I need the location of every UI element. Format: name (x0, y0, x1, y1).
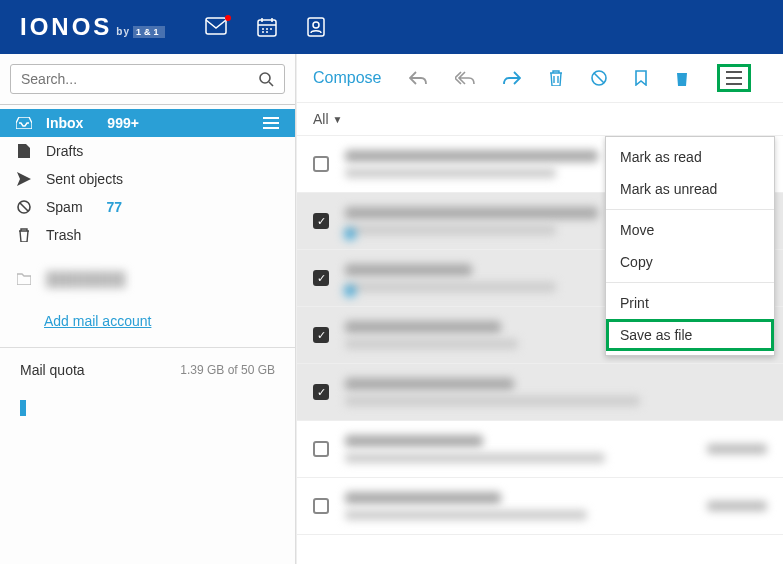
svg-rect-2 (308, 18, 324, 36)
menu-save-as-file[interactable]: Save as file (606, 319, 774, 351)
header-icons (205, 17, 325, 37)
checkbox[interactable]: ✓ (313, 213, 329, 229)
folder-trash[interactable]: Trash (0, 221, 295, 249)
toolbar: Compose (297, 54, 783, 103)
sent-icon (16, 172, 32, 186)
notification-dot (225, 15, 231, 21)
folder-custom-label: ████████ (46, 271, 125, 287)
message-time (707, 444, 767, 454)
folder-trash-label: Trash (46, 227, 81, 243)
trash-icon (16, 228, 32, 242)
add-account[interactable]: Add mail account (0, 293, 295, 337)
bookmark-icon[interactable] (635, 70, 647, 86)
folder-icon (16, 273, 32, 285)
folder-menu-icon[interactable] (263, 117, 279, 129)
context-menu: Mark as read Mark as unread Move Copy Pr… (605, 136, 775, 356)
folder-sent-label: Sent objects (46, 171, 123, 187)
inbox-icon (16, 117, 32, 129)
svg-point-4 (260, 73, 270, 83)
hamburger-icon (726, 71, 742, 85)
menu-mark-read[interactable]: Mark as read (606, 141, 774, 173)
archive-icon[interactable] (675, 70, 689, 86)
message-time (707, 501, 767, 511)
search-icon[interactable] (258, 71, 274, 87)
add-account-link[interactable]: Add mail account (44, 313, 151, 329)
svg-point-3 (313, 22, 319, 28)
checkbox[interactable] (313, 156, 329, 172)
menu-separator (606, 209, 774, 210)
folder-sent[interactable]: Sent objects (0, 165, 295, 193)
checkbox[interactable] (313, 498, 329, 514)
menu-separator (606, 282, 774, 283)
quota-row: Mail quota 1.39 GB of 50 GB (0, 348, 295, 392)
main-pane: Compose (296, 54, 783, 564)
logo-badge: 1&1 (133, 26, 165, 38)
message-row[interactable] (297, 421, 783, 478)
list-filter-bar: All ▼ (297, 103, 783, 136)
checkbox[interactable] (313, 441, 329, 457)
folder-custom[interactable]: ████████ (0, 265, 295, 293)
chevron-down-icon[interactable]: ▼ (333, 114, 343, 125)
filter-all[interactable]: All (313, 111, 329, 127)
checkbox[interactable]: ✓ (313, 384, 329, 400)
spam-icon (16, 200, 32, 214)
logo: IONOS by 1&1 (20, 13, 165, 41)
reply-all-icon[interactable] (455, 71, 475, 85)
menu-copy[interactable]: Copy (606, 246, 774, 278)
menu-print[interactable]: Print (606, 287, 774, 319)
calendar-icon[interactable] (257, 17, 277, 37)
folder-list: Inbox 999+ Drafts Sent objects (0, 105, 295, 293)
folder-spam[interactable]: Spam 77 (0, 193, 295, 221)
message-row[interactable]: ✓ (297, 364, 783, 421)
compose-button[interactable]: Compose (313, 69, 381, 87)
drafts-icon (16, 144, 32, 158)
folder-spam-count: 77 (107, 199, 123, 215)
message-list: Mark as read Mark as unread Move Copy Pr… (297, 136, 783, 564)
folder-drafts[interactable]: Drafts (0, 137, 295, 165)
search-input[interactable] (21, 71, 258, 87)
more-menu-button[interactable] (717, 64, 751, 92)
quota-text: 1.39 GB of 50 GB (180, 363, 275, 377)
logo-sub: by (116, 26, 130, 37)
block-icon[interactable] (591, 70, 607, 86)
folder-drafts-label: Drafts (46, 143, 83, 159)
folder-inbox[interactable]: Inbox 999+ (0, 109, 295, 137)
quota-bar (20, 400, 275, 416)
mail-icon[interactable] (205, 17, 227, 37)
forward-icon[interactable] (503, 71, 521, 85)
menu-mark-unread[interactable]: Mark as unread (606, 173, 774, 205)
menu-move[interactable]: Move (606, 214, 774, 246)
contacts-icon[interactable] (307, 17, 325, 37)
svg-rect-1 (258, 20, 276, 36)
svg-rect-0 (206, 18, 226, 34)
checkbox[interactable]: ✓ (313, 327, 329, 343)
folder-spam-label: Spam (46, 199, 83, 215)
checkbox[interactable]: ✓ (313, 270, 329, 286)
quota-label: Mail quota (20, 362, 85, 378)
app-header: IONOS by 1&1 (0, 0, 783, 54)
folder-inbox-count: 999+ (107, 115, 139, 131)
folder-inbox-label: Inbox (46, 115, 83, 131)
reply-icon[interactable] (409, 71, 427, 85)
delete-icon[interactable] (549, 70, 563, 86)
logo-text: IONOS (20, 13, 112, 41)
search-box[interactable] (10, 64, 285, 94)
message-row[interactable] (297, 478, 783, 535)
sidebar: Inbox 999+ Drafts Sent objects (0, 54, 296, 564)
